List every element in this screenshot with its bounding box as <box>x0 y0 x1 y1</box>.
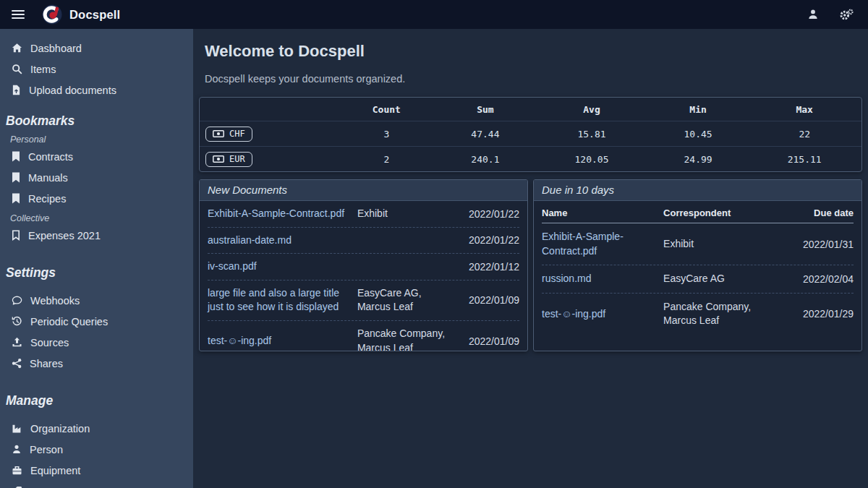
sidebar-item-dashboard[interactable]: Dasbhoard <box>0 38 193 59</box>
document-link[interactable]: Exhibit-A-Sample-Contract.pdf <box>542 230 663 258</box>
sidebar-item-expenses-2021[interactable]: Expenses 2021 <box>0 225 193 246</box>
page-subtitle: Docspell keeps your documents organized. <box>205 73 856 85</box>
factory-icon <box>12 423 22 434</box>
money-bill-icon <box>213 130 224 137</box>
bookmark-icon <box>12 172 20 183</box>
stats-cell: 3 <box>337 121 436 147</box>
list-item: Exhibit-A-Sample-Contract.pdf Exhibit 20… <box>208 201 519 227</box>
sidebar-item-contracts[interactable]: Contracts <box>0 146 193 167</box>
currency-badge-eur: EUR <box>205 152 252 167</box>
equipment-icon <box>12 465 22 476</box>
sidebar-item-equipment[interactable]: Equipment <box>0 460 193 481</box>
stats-cell: 2 <box>337 147 436 172</box>
search-icon <box>12 64 22 74</box>
menu-icon[interactable] <box>12 10 25 20</box>
sidebar-item-organization[interactable]: Organization <box>0 418 193 439</box>
document-link[interactable]: test-☺-ing.pdf <box>542 307 663 322</box>
document-link[interactable]: test-☺-ing.pdf <box>208 334 357 348</box>
sidebar-item-shares[interactable]: Shares <box>0 353 193 374</box>
sidebar-heading-manage: Manage <box>0 393 193 408</box>
sidebar-item-manuals[interactable]: Manuals <box>0 167 193 188</box>
document-link[interactable]: russion.md <box>542 272 663 286</box>
correspondent: Pancake Company, Marcus Leaf <box>663 300 782 328</box>
correspondent: Exhibit <box>357 207 451 221</box>
document-date: 2022/01/09 <box>451 335 519 347</box>
table-row: Exhibit-A-Sample-Contract.pdf Exhibit 20… <box>542 223 854 265</box>
stats-cell: 22 <box>747 121 861 147</box>
money-bill-icon <box>213 155 224 163</box>
document-date: 2022/01/22 <box>451 234 519 246</box>
stats-header-empty <box>200 98 337 121</box>
document-link[interactable]: large file and also a large title just t… <box>208 286 357 314</box>
stats-cell: 47.44 <box>436 121 535 147</box>
file-upload-icon <box>12 85 21 95</box>
due-date: 2022/01/31 <box>782 239 854 250</box>
sidebar-item-tags[interactable]: Tags <box>0 481 193 488</box>
due-table-header: Name Correspondent Due date <box>542 201 854 223</box>
correspondent: EasyCare AG <box>663 272 782 286</box>
bookmark-icon <box>12 193 20 204</box>
docspell-logo-icon <box>42 4 62 25</box>
sidebar-item-periodic-queries[interactable]: Periodic Queries <box>0 311 193 332</box>
brand[interactable]: Docspell <box>42 4 120 25</box>
sidebar-item-items[interactable]: Items <box>0 59 193 80</box>
stats-cell: 24.99 <box>649 147 748 172</box>
document-date: 2022/01/12 <box>451 261 519 273</box>
stats-card: Count Sum Avg Min Max <box>199 97 862 172</box>
stats-table: Count Sum Avg Min Max <box>200 98 861 171</box>
bookmark-group-collective: Collective <box>0 213 193 223</box>
correspondent: EasyCare AG, Marcus Leaf <box>357 286 451 314</box>
correspondent: Exhibit <box>663 237 782 252</box>
table-row: EUR 2 240.1 120.05 24.99 215.11 <box>200 147 861 172</box>
top-navbar: Docspell <box>0 0 868 29</box>
panel-title-due: Due in 10 days <box>534 180 861 201</box>
due-header-correspondent: Correspondent <box>663 207 782 218</box>
history-icon <box>12 316 22 327</box>
sidebar-item-recipes[interactable]: Recipes <box>0 188 193 209</box>
stats-header-avg: Avg <box>535 98 649 121</box>
stats-header-min: Min <box>649 98 748 121</box>
sidebar-heading-bookmarks: Bookmarks <box>0 114 193 129</box>
table-row: CHF 3 47.44 15.81 10.45 22 <box>200 121 861 147</box>
upload-icon <box>12 337 22 348</box>
bookmark-outline-icon <box>12 230 20 241</box>
user-icon[interactable] <box>807 9 819 20</box>
stats-cell: 15.81 <box>535 121 649 147</box>
due-date: 2022/01/29 <box>782 308 854 320</box>
new-documents-panel: New Documents Exhibit-A-Sample-Contract.… <box>199 179 528 351</box>
stats-header-count: Count <box>337 98 436 121</box>
sidebar-heading-settings: Settings <box>0 265 193 281</box>
stats-cell: 10.45 <box>649 121 748 147</box>
stats-cell: 240.1 <box>436 147 535 172</box>
due-documents-panel: Due in 10 days Name Correspondent Due da… <box>533 179 862 351</box>
sidebar-item-person[interactable]: Person <box>0 439 193 460</box>
document-link[interactable]: iv-scan.pdf <box>208 260 357 274</box>
sidebar-item-webhooks[interactable]: Webhooks <box>0 290 193 311</box>
stats-header-sum: Sum <box>436 98 535 121</box>
panel-title-new-documents: New Documents <box>200 180 527 201</box>
main-content: Welcome to Docspell Docspell keeps your … <box>193 29 868 488</box>
document-link[interactable]: Exhibit-A-Sample-Contract.pdf <box>208 207 357 221</box>
list-item: test-☺-ing.pdf Pancake Company, Marcus L… <box>208 320 519 351</box>
stats-cell: 120.05 <box>535 147 649 172</box>
table-row: russion.md EasyCare AG 2022/02/04 <box>542 265 854 293</box>
bookmark-icon <box>12 151 20 162</box>
sidebar-item-sources[interactable]: Sources <box>0 332 193 353</box>
app-title: Docspell <box>69 8 120 22</box>
stats-cell: 215.11 <box>747 147 861 172</box>
table-row: test-☺-ing.pdf Pancake Company, Marcus L… <box>542 293 854 335</box>
sidebar: Dasbhoard Items Upload documents Bookmar… <box>0 29 193 488</box>
list-item: australian-date.md 2022/01/22 <box>208 227 519 254</box>
page-title: Welcome to Docspell <box>205 42 856 61</box>
document-link[interactable]: australian-date.md <box>208 234 357 248</box>
share-icon <box>12 358 22 369</box>
due-date: 2022/02/04 <box>782 273 854 285</box>
comment-icon <box>12 295 22 306</box>
list-item: iv-scan.pdf 2022/01/12 <box>208 253 519 280</box>
correspondent: Pancake Company, Marcus Leaf <box>357 327 451 351</box>
bookmark-group-personal: Personal <box>0 134 193 145</box>
gears-icon[interactable] <box>839 9 854 21</box>
sidebar-item-upload-documents[interactable]: Upload documents <box>0 80 193 100</box>
person-icon <box>12 444 22 455</box>
due-header-name: Name <box>542 207 663 218</box>
